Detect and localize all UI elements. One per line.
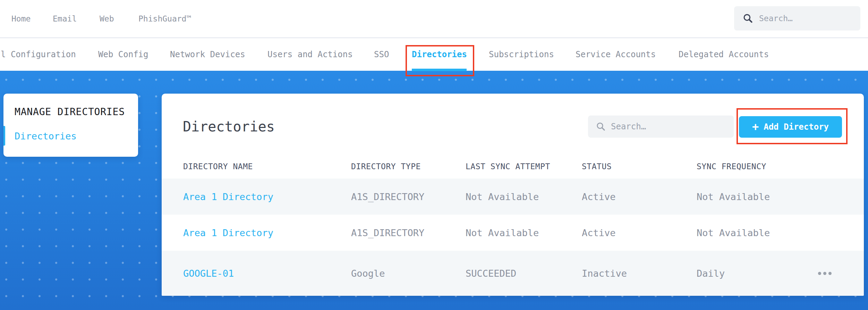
last-sync-cell: Not Available — [466, 215, 539, 251]
directory-name-link[interactable]: Area 1 Directory — [183, 179, 273, 215]
top-nav: Home Email Web PhishGuard™ — [0, 0, 868, 37]
directory-type-cell: A1S_DIRECTORY — [351, 179, 424, 215]
sync-frequency-cell: Daily — [697, 251, 725, 296]
top-nav-home[interactable]: Home — [11, 0, 31, 37]
search-icon — [596, 121, 606, 132]
sidebar-item-directories[interactable]: Directories — [15, 131, 77, 141]
tab-network-devices[interactable]: Network Devices — [170, 38, 245, 71]
secondary-nav: l Configuration Web Config Network Devic… — [0, 38, 868, 71]
col-status: STATUS — [582, 158, 612, 175]
add-directory-label: Add Directory — [764, 122, 829, 132]
add-directory-button[interactable]: + Add Directory — [739, 116, 842, 138]
directories-search[interactable] — [588, 115, 734, 138]
table-header: DIRECTORY NAME DIRECTORY TYPE LAST SYNC … — [162, 158, 864, 175]
search-icon — [742, 13, 754, 24]
tab-delegated-accounts[interactable]: Delegated Accounts — [679, 38, 769, 71]
directory-type-cell: A1S_DIRECTORY — [351, 215, 424, 251]
col-last-sync-attempt: LAST SYNC ATTEMPT — [466, 158, 550, 175]
table-row: GOOGLE-01 Google SUCCEEDED Inactive Dail… — [162, 251, 864, 296]
top-nav-web[interactable]: Web — [100, 0, 114, 37]
page: Home Email Web PhishGuard™ l Configurati… — [0, 0, 868, 310]
table-body: Area 1 Directory A1S_DIRECTORY Not Avail… — [162, 179, 864, 296]
status-cell: Inactive — [582, 251, 627, 296]
top-nav-email[interactable]: Email — [53, 0, 77, 37]
sync-frequency-cell: Not Available — [697, 215, 770, 251]
status-cell: Active — [582, 215, 616, 251]
sidebar-heading: MANAGE DIRECTORIES — [15, 106, 125, 118]
last-sync-cell: Not Available — [466, 179, 539, 215]
page-title: Directories — [183, 119, 275, 135]
top-search-input[interactable] — [759, 14, 854, 23]
top-search[interactable] — [734, 6, 860, 31]
directory-name-link[interactable]: Area 1 Directory — [183, 215, 273, 251]
last-sync-cell: SUCCEEDED — [466, 251, 516, 296]
sidebar-card: MANAGE DIRECTORIES Directories — [3, 94, 138, 157]
tab-directories[interactable]: Directories — [412, 38, 467, 71]
directory-type-cell: Google — [351, 251, 385, 296]
col-directory-type: DIRECTORY TYPE — [351, 158, 421, 175]
tab-users-and-actions[interactable]: Users and Actions — [267, 38, 353, 71]
top-nav-phishguard[interactable]: PhishGuard™ — [138, 0, 191, 37]
table-row: Area 1 Directory A1S_DIRECTORY Not Avail… — [162, 215, 864, 251]
ellipsis-icon — [818, 272, 821, 275]
col-directory-name: DIRECTORY NAME — [183, 158, 253, 175]
status-cell: Active — [582, 179, 616, 215]
tab-sso[interactable]: SSO — [374, 38, 389, 71]
sync-frequency-cell: Not Available — [697, 179, 770, 215]
directories-search-input[interactable] — [611, 122, 729, 131]
tab-subscriptions[interactable]: Subscriptions — [489, 38, 554, 71]
directory-name-link[interactable]: GOOGLE-01 — [183, 251, 234, 296]
row-menu-button[interactable] — [812, 266, 837, 281]
plus-icon: + — [752, 121, 759, 132]
active-tab-underline — [412, 69, 467, 71]
tab-service-accounts[interactable]: Service Accounts — [576, 38, 656, 71]
col-sync-frequency: SYNC FREQUENCY — [697, 158, 766, 175]
tab-email-configuration[interactable]: l Configuration — [1, 38, 76, 71]
tab-web-config[interactable]: Web Config — [98, 38, 148, 71]
directories-card: Directories + Add Directory DIRECTORY NA… — [162, 94, 864, 296]
sidebar-active-indicator — [3, 126, 5, 146]
table-row: Area 1 Directory A1S_DIRECTORY Not Avail… — [162, 179, 864, 215]
